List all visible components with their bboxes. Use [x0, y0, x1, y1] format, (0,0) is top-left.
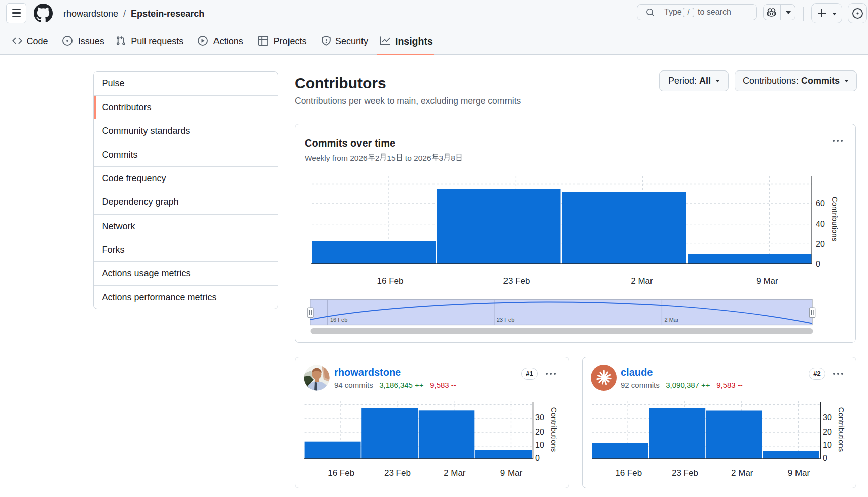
svg-text:10: 10: [823, 441, 832, 449]
svg-text:10: 10: [535, 441, 544, 449]
svg-text:16 Feb: 16 Feb: [328, 468, 354, 478]
svg-text:Contributions: Contributions: [550, 407, 558, 452]
svg-text:23 Feb: 23 Feb: [497, 317, 514, 323]
svg-text:9 Mar: 9 Mar: [500, 468, 523, 478]
svg-text:30: 30: [823, 413, 832, 422]
svg-text:9 Mar: 9 Mar: [788, 468, 810, 478]
svg-text:0: 0: [823, 454, 827, 462]
svg-text:20: 20: [535, 428, 544, 436]
svg-text:16 Feb: 16 Feb: [377, 276, 404, 286]
svg-text:60: 60: [816, 199, 825, 208]
svg-text:Contributions: Contributions: [831, 197, 839, 241]
svg-text:Contributions: Contributions: [837, 407, 846, 452]
svg-text:30: 30: [535, 413, 544, 422]
svg-text:0: 0: [535, 454, 540, 462]
svg-text:9 Mar: 9 Mar: [756, 276, 778, 286]
svg-text:2 Mar: 2 Mar: [731, 468, 753, 478]
svg-text:16 Feb: 16 Feb: [615, 468, 642, 478]
svg-text:20: 20: [823, 428, 832, 436]
svg-text:40: 40: [816, 220, 825, 228]
svg-text:0: 0: [816, 260, 820, 268]
svg-text:2 Mar: 2 Mar: [444, 468, 466, 478]
svg-text:16 Feb: 16 Feb: [330, 317, 347, 323]
svg-text:2 Mar: 2 Mar: [665, 317, 679, 323]
svg-text:23 Feb: 23 Feb: [672, 468, 698, 478]
svg-text:20: 20: [816, 240, 825, 248]
svg-text:2 Mar: 2 Mar: [631, 276, 653, 286]
svg-text:23 Feb: 23 Feb: [384, 468, 411, 478]
svg-text:23 Feb: 23 Feb: [503, 276, 530, 286]
